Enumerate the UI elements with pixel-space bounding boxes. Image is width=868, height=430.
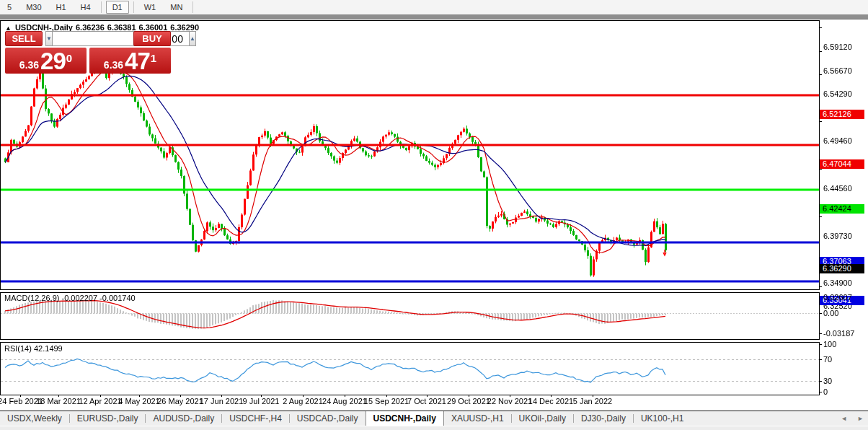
price-level-badge: 6.36290 [820,264,864,273]
price-tick-label: 6.54290 [823,89,852,98]
buy-button[interactable]: BUY [133,31,171,46]
date-tick-label: 14 Dec 2021 [528,397,573,405]
price-tick-label: 6.56670 [823,66,852,75]
date-tick-label: 2 Aug 2021 [283,397,323,405]
tab-xauusd-h1[interactable]: XAUUSD-,H1 [444,411,511,426]
sell-price[interactable]: 6.36290 [5,48,87,74]
tab-eurusd-daily[interactable]: EURUSD-,Daily [70,411,146,426]
one-click-trading-widget: SELL ▼ ▲ BUY 6.36290 6.36471 [5,31,171,74]
price-tick-label: 6.34900 [823,278,852,287]
tab-usdcad-daily[interactable]: USDCAD-,Daily [290,411,366,426]
tab-usdcnh-daily[interactable]: USDCNH-,Daily [366,411,444,426]
price-level-badge: 6.47044 [820,159,864,169]
date-tick-label: 9 Jul 2021 [243,397,280,405]
window-divider [0,14,868,19]
timeframe-button-mn[interactable]: MN [164,1,188,14]
tab-scroll-arrows: ◄ ► [841,411,864,426]
chart-area[interactable]: ▲USDCNH-,Daily6.362366.363816.360016.362… [0,19,868,410]
status-strip [0,426,868,430]
price-tick-label: 6.44560 [823,184,852,193]
price-tick-label: 6.49460 [823,136,852,145]
buy-price-big: 47 [125,51,150,72]
volume-stepper: ▼ ▲ [45,31,130,46]
date-tick-label: 4 May 2021 [118,397,159,405]
sell-price-big: 29 [40,51,66,72]
timeframe-button-w1[interactable]: W1 [138,1,162,14]
buy-price-small: 6.36 [104,58,123,72]
buy-price-sup: 1 [151,45,156,72]
rsi-tick-label: 0 [823,387,828,396]
date-tick-label: 29 Oct 2021 [447,397,490,405]
toolbar-separator [101,1,102,13]
tab-uk100-h1[interactable]: UK100-,H1 [634,411,691,426]
date-tick-label: 22 Nov 2021 [487,397,532,405]
price-chart-canvas[interactable] [0,19,868,429]
timeframe-button-m30[interactable]: M30 [20,1,47,14]
tab-usdx-weekly[interactable]: USDX,Weekly [0,411,69,426]
toolbar-separator [192,1,193,13]
tab-audusd-daily[interactable]: AUDUSD-,Daily [146,411,221,426]
timeframe-toolbar: 5M30H1H4D1W1MN [0,0,868,14]
macd-tick-label: 0.00 [823,309,838,317]
timeframe-button-5[interactable]: 5 [1,1,17,14]
date-tick-label: 5 Jan 2022 [573,397,612,405]
rsi-tick-label: 30 [823,377,832,385]
macd-indicator-label: MACD(12,26,9) -0.002207 -0.001740 [4,294,136,302]
toolbar-separator [133,1,134,13]
tab-ukoil-daily[interactable]: UKOil-,Daily [512,411,573,426]
macd-tick-label: -0.03187 [823,329,854,338]
tab-dj30-daily[interactable]: DJ30-,Daily [574,411,633,426]
date-tick-label: 26 May 2021 [157,397,203,405]
date-tick-label: 24 Aug 2021 [322,397,367,405]
volume-decrease-button[interactable]: ▼ [45,31,53,46]
date-tick-label: 7 Oct 2021 [407,397,446,405]
tab-usdchf-h4[interactable]: USDCHF-,H4 [222,411,289,426]
chart-tab-bar: USDX,WeeklyEURUSD-,DailyAUDUSD-,DailyUSD… [0,411,868,426]
sell-price-sup: 0 [66,45,72,72]
timeframe-button-h4[interactable]: H4 [75,1,97,14]
buy-price[interactable]: 6.36471 [89,48,171,74]
date-tick-label: 12 Apr 2021 [79,397,121,405]
date-tick-label: 17 Jun 2021 [200,397,244,405]
price-tick-label: 6.39730 [823,232,852,240]
macd-tick-label: 0.02607 [823,293,852,302]
trading-terminal-window: 5M30H1H4D1W1MN ▲USDCNH-,Daily6.362366.36… [0,0,868,430]
timeframe-button-d1[interactable]: D1 [106,1,129,14]
rsi-indicator-label: RSI(14) 42.1499 [4,344,63,353]
sell-price-small: 6.36 [19,58,39,72]
date-tick-label: 18 Mar 2021 [36,397,81,405]
tab-scroll-right-icon[interactable]: ► [857,415,864,422]
price-level-badge: 6.52126 [820,110,864,119]
tab-scroll-left-icon[interactable]: ◄ [841,415,847,422]
rsi-tick-label: 100 [823,340,836,348]
price-tick-label: 6.59120 [823,43,852,51]
price-level-badge: 6.42424 [820,204,864,214]
timeframe-button-h1[interactable]: H1 [50,1,72,14]
date-tick-label: 15 Sep 2021 [364,397,409,405]
rsi-tick-label: 70 [823,355,832,364]
sell-button[interactable]: SELL [5,31,43,46]
volume-increase-button[interactable]: ▲ [189,31,196,46]
